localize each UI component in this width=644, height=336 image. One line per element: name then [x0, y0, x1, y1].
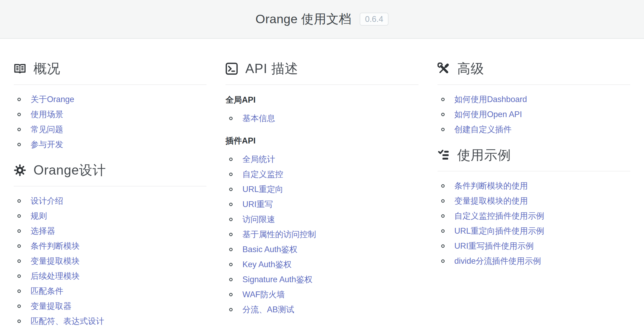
- doc-section: Orange设计设计介绍规则选择器条件判断模块变量提取模块后续处理模块匹配条件变…: [14, 161, 206, 329]
- subsection-title: 全局API: [225, 94, 418, 105]
- list-item: 访问限速: [229, 212, 418, 227]
- doc-link[interactable]: 变量提取器: [31, 301, 71, 311]
- circle-bullet-icon: [229, 218, 233, 221]
- circle-bullet-icon: [229, 203, 233, 206]
- doc-link[interactable]: 使用场景: [31, 110, 63, 119]
- circle-bullet-icon: [17, 98, 21, 101]
- circle-bullet-icon: [17, 289, 21, 293]
- circle-bullet-icon: [17, 113, 21, 116]
- circle-bullet-icon: [17, 304, 21, 308]
- doc-link[interactable]: Key Auth鉴权: [242, 260, 291, 269]
- circle-bullet-icon: [17, 259, 21, 263]
- circle-bullet-icon: [229, 308, 233, 311]
- circle-bullet-icon: [229, 172, 233, 176]
- circle-bullet-icon: [229, 263, 233, 266]
- list-item: 创建自定义插件: [441, 122, 630, 137]
- list-item: WAF防火墙: [229, 287, 418, 302]
- link-list: 如何使用Dashboard如何使用Open API创建自定义插件: [438, 92, 630, 137]
- doc-link[interactable]: 变量提取模块: [31, 256, 80, 266]
- doc-link[interactable]: 匹配条件: [31, 286, 63, 296]
- doc-link[interactable]: URI重写插件使用示例: [454, 241, 534, 251]
- doc-link[interactable]: Signature Auth鉴权: [242, 275, 312, 284]
- list-item: 如何使用Dashboard: [441, 92, 630, 107]
- link-list: 设计介绍规则选择器条件判断模块变量提取模块后续处理模块匹配条件变量提取器匹配符、…: [14, 193, 206, 329]
- section-heading: 概况: [14, 60, 206, 78]
- doc-link[interactable]: 自定义监控: [242, 170, 283, 179]
- list-item: 变量提取模块: [17, 253, 206, 268]
- list-item: 参与开发: [17, 137, 206, 152]
- list-item: 选择器: [17, 223, 206, 238]
- doc-link[interactable]: 变量提取模块的使用: [454, 196, 528, 205]
- section-title: 使用示例: [457, 146, 511, 164]
- list-item: 常见问题: [17, 122, 206, 137]
- circle-bullet-icon: [229, 293, 233, 296]
- circle-bullet-icon: [17, 274, 21, 278]
- doc-link[interactable]: 关于Orange: [31, 95, 74, 104]
- list-item: Basic Auth鉴权: [229, 242, 418, 257]
- doc-link[interactable]: 创建自定义插件: [454, 125, 512, 134]
- circle-bullet-icon: [441, 184, 445, 188]
- list-item: 规则: [17, 208, 206, 223]
- section-title: 概况: [33, 60, 60, 78]
- circle-bullet-icon: [441, 128, 445, 131]
- doc-link[interactable]: 如何使用Open API: [454, 110, 522, 119]
- circle-bullet-icon: [17, 143, 21, 146]
- doc-section: 高级如何使用Dashboard如何使用Open API创建自定义插件: [438, 60, 630, 137]
- circle-bullet-icon: [229, 157, 233, 161]
- section-divider: [438, 84, 630, 85]
- doc-link[interactable]: 访问限速: [242, 215, 275, 224]
- doc-link[interactable]: 如何使用Dashboard: [454, 95, 527, 104]
- doc-link[interactable]: Basic Auth鉴权: [242, 245, 297, 254]
- list-item: 基本信息: [229, 111, 418, 126]
- circle-bullet-icon: [17, 214, 21, 218]
- link-list: 基本信息: [225, 111, 418, 126]
- doc-link[interactable]: 选择器: [31, 226, 55, 236]
- list-item: URI重写插件使用示例: [441, 238, 630, 253]
- list-item: 全局统计: [229, 152, 418, 167]
- doc-link[interactable]: URL重定向插件使用示例: [454, 226, 544, 236]
- link-list: 全局统计自定义监控URL重定向URI重写访问限速基于属性的访问控制Basic A…: [225, 152, 418, 317]
- doc-link[interactable]: 基于属性的访问控制: [242, 230, 316, 239]
- subsection-title: 插件API: [225, 135, 418, 146]
- doc-link[interactable]: divide分流插件使用示例: [454, 256, 541, 266]
- doc-link[interactable]: 分流、AB测试: [242, 305, 294, 314]
- doc-link[interactable]: 条件判断模块的使用: [454, 181, 528, 190]
- version-badge: 0.6.4: [360, 13, 388, 26]
- list-item: 分流、AB测试: [229, 302, 418, 317]
- doc-link[interactable]: URI重写: [242, 200, 273, 209]
- doc-link[interactable]: 全局统计: [242, 155, 275, 164]
- doc-link[interactable]: 条件判断模块: [31, 241, 80, 251]
- section-heading: 高级: [438, 60, 630, 78]
- list-item: 条件判断模块: [17, 238, 206, 253]
- doc-link[interactable]: 基本信息: [242, 114, 275, 123]
- circle-bullet-icon: [17, 128, 21, 131]
- column-2: API 描述全局API基本信息插件API全局统计自定义监控URL重定向URI重写…: [225, 60, 418, 317]
- doc-link[interactable]: 规则: [31, 211, 47, 220]
- list-item: 变量提取器: [17, 299, 206, 314]
- doc-link[interactable]: WAF防火墙: [242, 290, 285, 299]
- doc-link[interactable]: 设计介绍: [31, 196, 63, 205]
- section-heading: API 描述: [225, 60, 418, 78]
- circle-bullet-icon: [441, 199, 445, 203]
- circle-bullet-icon: [441, 214, 445, 218]
- list-item: 匹配符、表达式设计: [17, 314, 206, 329]
- list-item: 变量提取模块的使用: [441, 193, 630, 208]
- tools-icon: [438, 63, 450, 75]
- doc-link[interactable]: 常见问题: [31, 125, 63, 134]
- doc-link[interactable]: 自定义监控插件使用示例: [454, 211, 544, 220]
- circle-bullet-icon: [229, 117, 233, 120]
- section-heading: Orange设计: [14, 161, 206, 179]
- doc-section: 使用示例条件判断模块的使用变量提取模块的使用自定义监控插件使用示例URL重定向插…: [438, 146, 630, 268]
- doc-link[interactable]: 后续处理模块: [31, 271, 80, 281]
- doc-link[interactable]: URL重定向: [242, 185, 283, 194]
- doc-link[interactable]: 参与开发: [31, 140, 63, 149]
- doc-link[interactable]: 匹配符、表达式设计: [31, 316, 104, 326]
- circle-bullet-icon: [441, 113, 445, 116]
- list-item: Key Auth鉴权: [229, 257, 418, 272]
- section-title: API 描述: [245, 60, 298, 78]
- section-heading: 使用示例: [438, 146, 630, 164]
- circle-bullet-icon: [441, 98, 445, 101]
- circle-bullet-icon: [441, 244, 445, 248]
- header: Orange 使用文档 0.6.4: [0, 0, 644, 39]
- list-item: 后续处理模块: [17, 268, 206, 284]
